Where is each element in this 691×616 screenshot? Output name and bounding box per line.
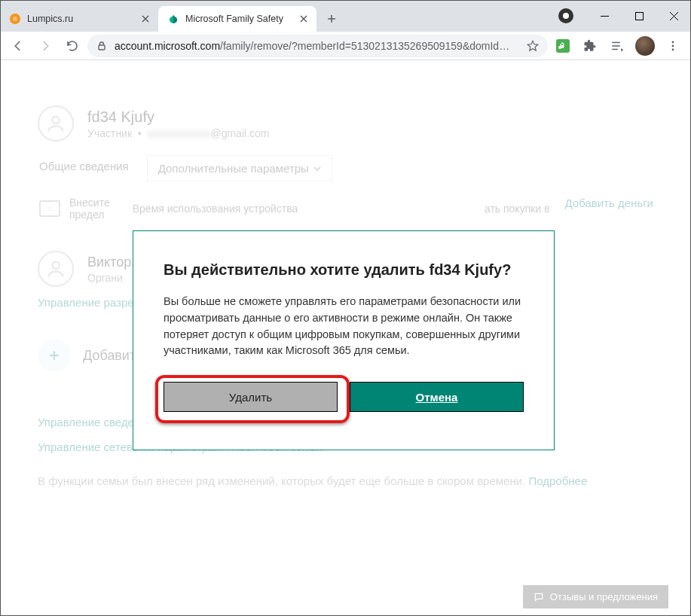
modal-title: Вы действительно хотите удалить fd34 Kju… [164,261,524,279]
money-icon: ○ [39,200,60,217]
address-bar[interactable]: account.microsoft.com/family/remove/?mem… [87,35,548,57]
media-control-icon[interactable] [607,35,628,56]
page-content: fd34 Kjufy Участник • xxxxxxxxxxxx@gmail… [0,60,691,616]
svg-point-1 [13,17,17,21]
cancel-button[interactable]: Отмена [350,382,524,412]
profile-icon[interactable] [557,7,575,25]
plus-icon: + [38,339,71,372]
chat-icon [534,592,544,602]
close-window-button[interactable] [656,0,691,32]
member-role: Участник • xxxxxxxxxxxx@gmail.com [87,127,270,139]
tab-label: Lumpics.ru [27,14,134,24]
bookmark-icon[interactable] [527,40,539,52]
extension-music-icon[interactable] [552,35,573,56]
svg-rect-4 [635,12,643,20]
avatar-icon [38,251,74,287]
url-text: account.microsoft.com/family/remove/?mem… [115,40,519,52]
svg-point-8 [672,44,674,47]
titlebar: Lumpics.ru Microsoft Family Safety [0,0,691,32]
new-tab-button[interactable] [321,8,342,29]
svg-point-7 [672,41,674,43]
tab-lumpics[interactable]: Lumpics.ru [0,6,158,32]
window-controls [587,0,691,32]
delete-button[interactable]: Удалить [164,382,338,412]
maximize-button[interactable] [622,0,656,32]
lock-icon [96,41,107,51]
confirm-remove-modal: Вы действительно хотите удалить fd34 Kju… [133,230,555,450]
svg-point-10 [52,117,59,124]
minimize-button[interactable] [587,0,622,32]
extensions-icon[interactable] [579,35,601,56]
modal-body: Вы больше не сможете управлять его парам… [164,294,524,359]
feedback-button[interactable]: Отзывы и предложения [523,585,668,608]
reload-button[interactable] [60,34,84,58]
tab-more-params[interactable]: Дополнительные параметры [147,155,332,181]
chevron-down-icon [313,165,321,172]
spending-card-row: ○ Внеситепредел Время использования устр… [38,197,653,221]
favicon-family-safety [167,13,179,25]
svg-point-11 [52,262,59,269]
learn-more-link[interactable]: Подробнее [528,474,587,487]
address-row: account.microsoft.com/family/remove/?mem… [0,32,691,60]
add-money-link[interactable]: Добавить деньги [564,197,653,215]
avatar-icon [38,105,74,142]
menu-button[interactable] [661,34,685,58]
profile-avatar[interactable] [635,36,655,56]
member-tabs: Общие сведения Дополнительные параметры [38,155,653,181]
favicon-lumpics [9,13,21,25]
svg-point-3 [563,13,569,19]
member-name: fd34 Kjufy [87,108,270,126]
close-icon[interactable] [140,14,151,24]
back-button[interactable] [6,34,30,58]
close-icon[interactable] [298,14,309,24]
tab-label: Microsoft Family Safety [185,14,292,24]
member-header: fd34 Kjufy Участник • xxxxxxxxxxxx@gmail… [38,105,653,142]
tab-overview[interactable]: Общие сведения [39,155,129,181]
svg-point-9 [672,48,674,50]
svg-rect-5 [99,45,105,50]
forward-button[interactable] [33,34,57,58]
tab-family-safety[interactable]: Microsoft Family Safety [158,6,316,32]
